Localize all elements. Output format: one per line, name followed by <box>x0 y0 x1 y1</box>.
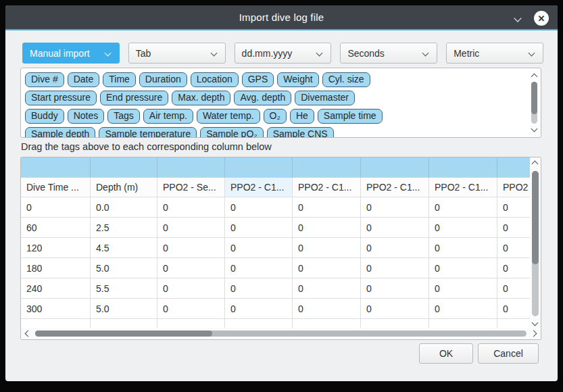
drop-target-row <box>21 157 530 178</box>
chevron-down-icon <box>514 14 521 22</box>
drag-tag[interactable]: Avg. depth <box>234 91 291 105</box>
chevron-down-icon <box>529 50 535 57</box>
drag-tag[interactable]: Duration <box>139 72 187 87</box>
chevron-down-icon <box>422 50 429 57</box>
import-mode-select[interactable]: Manual import <box>22 43 120 64</box>
column-drop-target[interactable] <box>429 157 497 178</box>
drag-tag[interactable]: Notes <box>68 109 105 124</box>
scroll-right-icon[interactable] <box>531 330 537 337</box>
column-drop-target[interactable] <box>225 157 293 178</box>
date-format-select[interactable]: dd.mm.yyyy <box>235 43 332 64</box>
scroll-down-icon[interactable] <box>531 126 538 132</box>
drag-tag[interactable]: Sample CNS <box>267 127 334 138</box>
scrollbar-thumb[interactable] <box>532 171 539 264</box>
table-cell: 0 <box>157 218 225 238</box>
units-select[interactable]: Metric <box>446 43 543 64</box>
drag-tag[interactable]: Sample pO₂ <box>200 127 263 138</box>
drag-tag[interactable]: Air temp. <box>143 109 193 124</box>
tag-list-box: Dive # Date Time Duration Location GPS W… <box>20 68 541 138</box>
drag-tag[interactable]: Tags <box>107 109 140 124</box>
ok-button[interactable]: OK <box>419 343 473 364</box>
window-title: Import dive log file <box>5 11 558 23</box>
drag-tag[interactable]: Location <box>191 72 239 87</box>
column-header[interactable]: PPO2 - Se... <box>157 178 225 197</box>
table-cell: 0 <box>361 299 429 319</box>
drag-tag[interactable]: Buddy <box>25 109 64 124</box>
tag-row: Start pressure End pressure Max. depth A… <box>25 91 537 105</box>
scroll-left-icon[interactable] <box>25 330 32 337</box>
units-value: Metric <box>454 48 479 59</box>
cancel-button[interactable]: Cancel <box>478 343 539 364</box>
scroll-down-icon[interactable] <box>532 320 539 326</box>
scrollbar-track[interactable] <box>532 171 539 316</box>
import-preview-table: Dive Time ... Depth (m) PPO2 - Se... PPO… <box>20 157 541 340</box>
scrollbar-thumb[interactable] <box>35 330 212 337</box>
column-header[interactable]: Dive Time ... <box>21 178 91 197</box>
drag-tag[interactable]: Time <box>103 72 136 87</box>
drag-tag[interactable]: Sample depth <box>25 127 95 138</box>
column-header[interactable]: PPO2 <box>497 178 530 197</box>
column-drop-target[interactable] <box>497 157 530 178</box>
table-cell: 0 <box>225 278 293 299</box>
chevron-down-icon <box>104 50 111 57</box>
scroll-up-icon[interactable] <box>532 161 539 168</box>
column-header[interactable]: PPO2 - C1... <box>225 178 293 197</box>
table-cell: 0 <box>497 238 530 258</box>
drag-tag[interactable]: Date <box>68 72 100 87</box>
close-icon: ✕ <box>538 14 545 23</box>
drag-tag[interactable]: Sample time <box>318 109 383 124</box>
drag-tag[interactable]: End pressure <box>100 91 168 105</box>
import-options-toolbar: Manual import Tab dd.mm.yyyy Seconds Met… <box>22 43 543 64</box>
column-header[interactable]: Depth (m) <box>91 178 157 197</box>
drag-tag[interactable]: Dive # <box>25 72 64 87</box>
table-cell: 0 <box>429 218 497 238</box>
titlebar[interactable]: Import dive log file ✕ <box>5 5 558 30</box>
drag-tag[interactable]: GPS <box>242 72 274 87</box>
scroll-up-icon[interactable] <box>531 74 538 80</box>
field-separator-value: Tab <box>136 48 151 59</box>
table-cell: 0 <box>225 218 293 238</box>
table-cell: 0 <box>497 278 530 299</box>
table-cell: 0.0 <box>91 197 157 218</box>
drag-tag[interactable]: Divemaster <box>295 91 355 105</box>
drag-tag[interactable]: Sample temperature <box>99 127 197 138</box>
column-drop-target[interactable] <box>91 157 157 178</box>
chevron-down-icon <box>210 50 217 57</box>
import-mode-value: Manual import <box>30 48 90 59</box>
column-header[interactable]: PPO2 - C1... <box>361 178 429 197</box>
table-cell: 0 <box>361 258 429 278</box>
table-cell: 5.5 <box>91 278 157 299</box>
column-header[interactable]: PPO2 - C1... <box>293 178 361 197</box>
tag-row: Dive # Date Time Duration Location GPS W… <box>25 72 537 87</box>
drag-tag[interactable]: Cyl. size <box>322 72 370 87</box>
drag-tag[interactable]: Water temp. <box>197 109 260 124</box>
field-separator-select[interactable]: Tab <box>128 43 226 64</box>
table-cell: 0 <box>497 258 530 278</box>
scrollbar-track[interactable] <box>531 82 537 124</box>
drag-tag[interactable]: Start pressure <box>25 91 97 105</box>
table-horizontal-scrollbar[interactable] <box>21 328 541 339</box>
table-cell: 0 <box>225 299 293 319</box>
table-cell: 0 <box>361 278 429 299</box>
column-drop-target[interactable] <box>157 157 225 178</box>
column-drop-target[interactable] <box>293 157 361 178</box>
tagbox-vertical-scrollbar[interactable] <box>529 70 539 136</box>
table-cell: 180 <box>21 258 91 278</box>
column-drop-target[interactable] <box>21 157 91 178</box>
table-vertical-scrollbar[interactable] <box>530 157 541 328</box>
duration-format-select[interactable]: Seconds <box>340 43 437 64</box>
drag-tag[interactable]: He <box>290 109 314 124</box>
shade-button[interactable] <box>513 14 522 23</box>
drag-tag[interactable]: Max. depth <box>172 91 230 105</box>
scrollbar-track[interactable] <box>35 330 527 337</box>
column-drop-target[interactable] <box>361 157 429 178</box>
table-cell: 120 <box>21 238 91 258</box>
table-cell: 0 <box>429 238 497 258</box>
close-button[interactable]: ✕ <box>534 11 549 26</box>
column-header[interactable]: PPO2 - C1... <box>429 178 497 197</box>
table-cell: 0 <box>157 238 225 258</box>
drag-tag[interactable]: Weight <box>277 72 318 87</box>
drag-instruction-label: Drag the tags above to each correspondin… <box>21 141 272 152</box>
scrollbar-thumb[interactable] <box>531 82 537 114</box>
drag-tag[interactable]: O₂ <box>264 109 287 124</box>
